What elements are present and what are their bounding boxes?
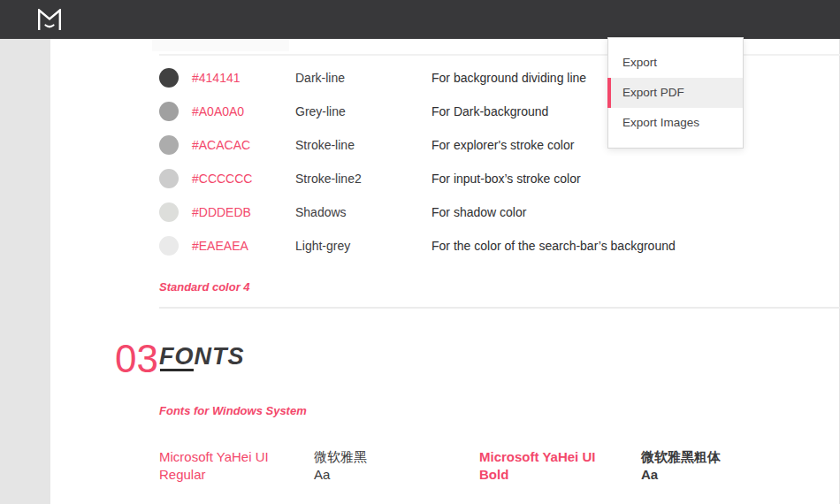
scrolled-color-block-remnant [152,40,289,51]
active-item-indicator [607,78,611,108]
color-swatch [159,202,179,222]
color-name: Dark-line [295,61,345,95]
color-swatch [159,102,179,121]
color-name: Shadows [295,195,347,229]
section-divider [159,307,840,309]
color-row: #EAEAEA Light-grey For the color of the … [159,229,778,263]
font-preview-regular: 微软雅黑 Aa [314,448,367,484]
fonts-subtitle: Fonts for Windows System [159,404,307,417]
font-name-bold: Microsoft YaHei UI Bold [479,448,595,484]
color-hex: #CCCCCC [192,162,252,195]
font-preview-bold: 微软雅黑粗体 Aa [641,448,721,484]
color-description: For Dark-background [431,95,548,128]
color-description: For the color of the search-bar’s backgr… [431,229,676,263]
color-description: For shadow color [431,195,526,229]
color-name: Stroke-line [295,128,355,162]
menu-item-export-css[interactable]: Export CSS/SCSS/LESS [608,48,743,78]
standard-color-label: Standard color 4 [159,280,250,294]
color-hex: #A0A0A0 [192,95,244,128]
color-swatch [159,236,179,256]
color-description: For background dividing line [431,61,586,95]
color-row: #DDDEDB Shadows For shadow color [159,195,778,229]
app-logo[interactable] [37,9,62,31]
color-swatch [159,169,179,188]
export-menu: Export CSS/SCSS/LESS Export PDF Export I… [607,37,744,149]
color-swatch [159,68,179,88]
menu-item-export-pdf[interactable]: Export PDF [608,78,743,108]
color-name: Stroke-line2 [295,162,362,195]
section-title-underline [160,369,194,371]
left-gutter [0,39,50,504]
color-description: For explorer's stroke color [431,128,574,162]
page: ? #414141 Dark-line [0,0,840,504]
color-hex: #ACACAC [192,128,250,162]
m-smile-logo-icon [37,9,62,31]
color-hex: #DDDEDB [192,195,251,229]
color-swatch [159,135,179,155]
color-hex: #EAEAEA [192,229,248,263]
font-name-regular: Microsoft YaHei UI Regular [159,448,269,484]
menu-item-export-images[interactable]: Export Images [608,108,743,138]
top-navbar: ? [0,0,840,39]
section-title: FONTS [159,345,245,369]
section-number: 03 [115,340,158,378]
color-row: #CCCCCC Stroke-line2 For input-box’s str… [159,162,778,195]
color-hex: #414141 [192,61,241,95]
color-name: Grey-line [295,95,346,128]
color-name: Light-grey [295,229,350,263]
color-description: For input-box’s stroke color [431,162,581,195]
